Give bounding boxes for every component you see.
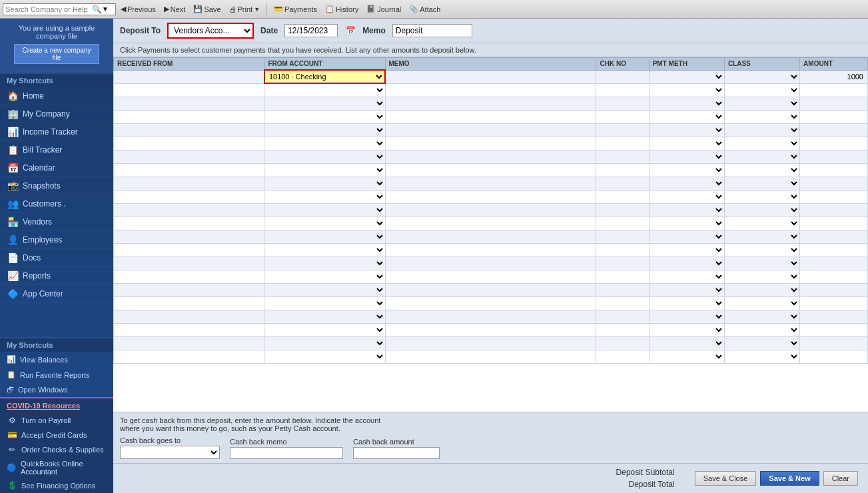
- calendar-picker-icon[interactable]: 📅: [346, 26, 356, 35]
- memo-input-14[interactable]: [386, 258, 596, 268]
- from-account-select-13[interactable]: [264, 245, 384, 255]
- amount-input-12[interactable]: [800, 232, 865, 241]
- received-from-input-13[interactable]: [114, 245, 264, 254]
- sidebar-qb-accountant[interactable]: 🔵 QuickBooks Online Accountant: [0, 457, 113, 478]
- toolbar-btn-print[interactable]: 🖨 Print ▼: [226, 4, 264, 15]
- memo-input-6[interactable]: [386, 152, 596, 161]
- pmt-meth-select-11[interactable]: [650, 218, 724, 229]
- from-account-select-16[interactable]: [264, 284, 384, 295]
- sidebar-item-calendar[interactable]: 📅 Calendar: [0, 159, 113, 177]
- chk-no-input-16[interactable]: [596, 285, 648, 294]
- pmt-meth-select-15[interactable]: [650, 271, 724, 282]
- amount-input-0[interactable]: [800, 72, 865, 81]
- memo-input-7[interactable]: [386, 165, 596, 175]
- memo-input-9[interactable]: [386, 192, 596, 201]
- chk-no-input-0[interactable]: [596, 72, 648, 81]
- amount-input-6[interactable]: [800, 152, 865, 161]
- print-dropdown-icon[interactable]: ▼: [254, 6, 260, 13]
- toolbar-btn-save[interactable]: 💾 Save: [190, 3, 224, 15]
- pmt-meth-select-14[interactable]: [650, 258, 724, 268]
- sidebar-item-employees[interactable]: 👤 Employees: [0, 231, 113, 249]
- from-account-select-12[interactable]: [264, 231, 384, 242]
- from-account-select-11[interactable]: [264, 218, 384, 229]
- from-account-select-15[interactable]: [264, 271, 384, 282]
- received-from-input-2[interactable]: [114, 99, 264, 108]
- class-select-11[interactable]: [725, 218, 799, 229]
- pmt-meth-select-20[interactable]: [650, 338, 724, 348]
- from-account-select-18[interactable]: [264, 311, 384, 322]
- received-from-input-4[interactable]: [114, 125, 264, 135]
- sidebar-item-app-center[interactable]: 🔷 App Center: [0, 285, 113, 303]
- sidebar-item-vendors[interactable]: 🏪 Vendors: [0, 213, 113, 231]
- from-account-select-5[interactable]: [264, 138, 384, 149]
- class-select-6[interactable]: [725, 151, 799, 162]
- sidebar-item-home[interactable]: 🏠 Home: [0, 87, 113, 105]
- received-from-input-3[interactable]: [114, 112, 264, 121]
- sidebar-item-snapshots[interactable]: 📸 Snapshots: [0, 177, 113, 195]
- pmt-meth-select-10[interactable]: [650, 205, 724, 215]
- amount-input-13[interactable]: [800, 245, 865, 254]
- deposit-to-select[interactable]: Vendors Acco...: [167, 23, 254, 39]
- from-account-select-8[interactable]: [264, 178, 384, 189]
- pmt-meth-select-13[interactable]: [650, 245, 724, 255]
- received-from-input-15[interactable]: [114, 272, 264, 281]
- class-select-1[interactable]: [725, 85, 799, 95]
- memo-input-1[interactable]: [386, 85, 596, 95]
- toolbar-btn-history[interactable]: 📋 History: [322, 3, 362, 15]
- received-from-input-0[interactable]: [114, 72, 264, 81]
- save-new-button[interactable]: Save & New: [760, 471, 819, 486]
- received-from-input-11[interactable]: [114, 219, 264, 228]
- covid-resources-link[interactable]: COVID-19 Resources: [0, 398, 113, 413]
- cashback-goes-to-select[interactable]: [120, 446, 220, 459]
- class-select-16[interactable]: [725, 284, 799, 295]
- chk-no-input-10[interactable]: [596, 205, 648, 215]
- amount-input-3[interactable]: [800, 112, 865, 121]
- memo-input-15[interactable]: [386, 272, 596, 281]
- sidebar-item-income-tracker[interactable]: 📊 Income Tracker: [0, 123, 113, 141]
- from-account-select-14[interactable]: [264, 258, 384, 268]
- amount-input-2[interactable]: [800, 99, 865, 108]
- memo-input-18[interactable]: [386, 312, 596, 321]
- search-input[interactable]: [5, 5, 92, 13]
- pmt-meth-select-19[interactable]: [650, 324, 724, 335]
- received-from-input-12[interactable]: [114, 232, 264, 241]
- amount-input-4[interactable]: [800, 125, 865, 135]
- from-account-select-6[interactable]: [264, 151, 384, 162]
- memo-input-20[interactable]: [386, 338, 596, 348]
- clear-button[interactable]: Clear: [823, 471, 858, 486]
- sidebar-item-docs[interactable]: 📄 Docs: [0, 249, 113, 267]
- chk-no-input-18[interactable]: [596, 312, 648, 321]
- amount-input-17[interactable]: [800, 298, 865, 308]
- pmt-meth-select-1[interactable]: [650, 85, 724, 95]
- amount-input-19[interactable]: [800, 325, 865, 334]
- memo-input-19[interactable]: [386, 325, 596, 334]
- from-account-select-3[interactable]: [264, 111, 384, 122]
- amount-input-1[interactable]: [800, 85, 865, 95]
- class-select-3[interactable]: [725, 111, 799, 122]
- pmt-meth-select-5[interactable]: [650, 138, 724, 149]
- class-select-17[interactable]: [725, 298, 799, 308]
- received-from-input-7[interactable]: [114, 165, 264, 175]
- memo-input-17[interactable]: [386, 298, 596, 308]
- class-select-2[interactable]: [725, 98, 799, 109]
- amount-input-20[interactable]: [800, 338, 865, 348]
- received-from-input-9[interactable]: [114, 192, 264, 201]
- create-company-button[interactable]: Create a new company file: [14, 44, 99, 64]
- pmt-meth-select-7[interactable]: [650, 165, 724, 175]
- sidebar-view-balances[interactable]: 📊 View Balances: [0, 352, 113, 367]
- class-select-13[interactable]: [725, 245, 799, 255]
- toolbar-btn-previous[interactable]: ◀ Previous: [117, 3, 159, 15]
- memo-input-4[interactable]: [386, 125, 596, 135]
- chk-no-input-21[interactable]: [596, 352, 648, 361]
- class-select-5[interactable]: [725, 138, 799, 149]
- cashback-memo-input[interactable]: [230, 447, 343, 459]
- chk-no-input-7[interactable]: [596, 165, 648, 175]
- memo-input-13[interactable]: [386, 245, 596, 254]
- pmt-meth-select-3[interactable]: [650, 111, 724, 122]
- class-select-8[interactable]: [725, 178, 799, 189]
- amount-input-14[interactable]: [800, 258, 865, 268]
- chk-no-input-13[interactable]: [596, 245, 648, 254]
- toolbar-btn-payments[interactable]: 💳 Payments: [270, 3, 320, 15]
- received-from-input-1[interactable]: [114, 85, 264, 95]
- class-select-0[interactable]: [725, 71, 799, 82]
